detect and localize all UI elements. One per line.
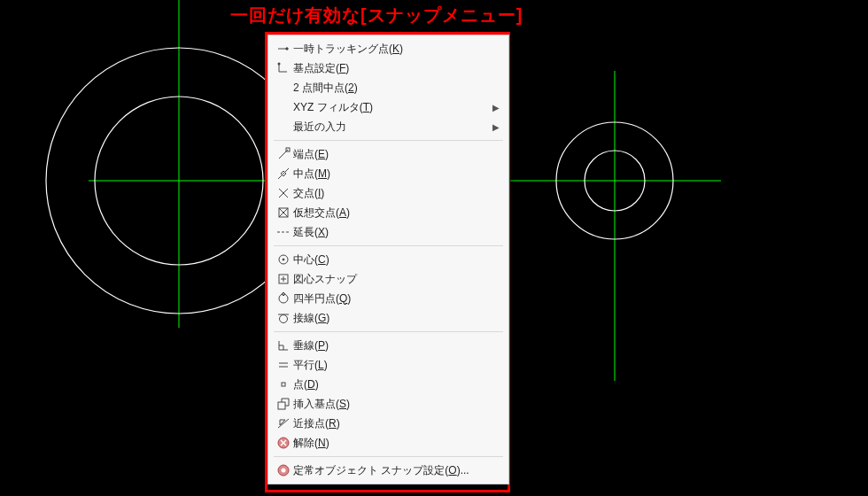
svg-point-50	[282, 469, 286, 473]
submenu-arrow-icon: ▶	[489, 122, 500, 132]
menu-item[interactable]: 点(D)	[268, 375, 508, 394]
menu-item[interactable]: 中点(M)	[268, 164, 508, 183]
svg-rect-44	[282, 383, 285, 386]
menu-item[interactable]: 2 点間中点(2)	[268, 78, 508, 97]
svg-line-19	[278, 168, 289, 179]
menu-item[interactable]: 最近の入力▶	[268, 117, 508, 136]
x-icon	[274, 186, 293, 200]
menu-item[interactable]: 中心(C)	[268, 250, 508, 269]
menu-item[interactable]: 図心スナップ	[268, 269, 508, 289]
menu-item[interactable]: 接線(G)	[268, 308, 508, 328]
svg-point-16	[278, 63, 281, 66]
menu-item-label: 最近の入力	[293, 120, 489, 135]
circle-diamond-icon	[274, 291, 293, 306]
menu-item-label: 一時トラッキング点(K)	[293, 42, 489, 57]
menu-item-label: 中点(M)	[293, 167, 489, 182]
menu-item-label: 近接点(R)	[293, 416, 489, 431]
menu-item[interactable]: 基点設定(F)	[268, 58, 508, 78]
menu-item-label: 垂線(P)	[293, 338, 489, 353]
drawing-canvas: 一回だけ有効な[スナップメニュー] 一時トラッキング点(K)基点設定(F)2 点…	[0, 0, 868, 496]
svg-point-15	[286, 48, 288, 50]
menu-item[interactable]: 近接点(R)	[268, 414, 508, 433]
menu-separator	[274, 140, 503, 141]
menu-item-label: 端点(E)	[293, 147, 489, 162]
menu-item-label: 図心スナップ	[293, 272, 489, 287]
menu-item[interactable]: 交点(I)	[268, 183, 508, 203]
diag-mid-icon	[274, 167, 293, 181]
menu-item-label: 2 点間中点(2)	[293, 81, 489, 96]
menu-item-label: 仮想交点(A)	[293, 205, 489, 221]
menu-item[interactable]: 垂線(P)	[268, 336, 508, 355]
menu-item-label: 中心(C)	[293, 252, 489, 267]
osnap-context-menu[interactable]: 一時トラッキング点(K)基点設定(F)2 点間中点(2)XYZ フィルタ(T)▶…	[267, 35, 509, 484]
menu-item-label: 平行(L)	[293, 358, 489, 373]
menu-item-label: 挿入基点(S)	[293, 397, 489, 412]
menu-item-label: XYZ フィルタ(T)	[293, 100, 489, 115]
arrow-flat-icon	[274, 42, 293, 56]
corner-icon	[274, 61, 293, 75]
menu-item[interactable]: 解除(N)	[268, 433, 508, 453]
settings-icon	[274, 463, 293, 477]
menu-item[interactable]: 定常オブジェクト スナップ設定(O)...	[268, 461, 508, 480]
menu-item-label: 交点(I)	[293, 186, 489, 201]
menu-item[interactable]: 端点(E)	[268, 144, 508, 164]
near-icon	[274, 416, 293, 430]
menu-item-label: 接線(G)	[293, 311, 489, 326]
menu-item[interactable]: 延長(X)	[268, 222, 508, 242]
svg-point-30	[283, 259, 284, 260]
menu-separator	[274, 456, 503, 457]
menu-item-label: 延長(X)	[293, 225, 489, 240]
menu-item[interactable]: 四半円点(Q)	[268, 289, 508, 308]
dot-icon	[274, 377, 293, 391]
diag-end-icon	[274, 147, 293, 161]
menu-item-label: 解除(N)	[293, 436, 489, 451]
svg-rect-45	[278, 402, 285, 409]
annotation-title: 一回だけ有効な[スナップメニュー]	[230, 4, 523, 27]
menu-item[interactable]: 挿入基点(S)	[268, 394, 508, 414]
menu-item-label: 定常オブジェクト スナップ設定(O)...	[293, 463, 489, 478]
menu-separator	[274, 245, 503, 246]
none-icon	[274, 436, 293, 450]
menu-item-label: 四半円点(Q)	[293, 291, 489, 306]
circle-tan-icon	[274, 311, 293, 325]
menu-item[interactable]: 一時トラッキング点(K)	[268, 39, 508, 58]
menu-item[interactable]: 平行(L)	[268, 355, 508, 375]
menu-item-label: 点(D)	[293, 377, 489, 392]
dashline-icon	[274, 225, 293, 239]
menu-item[interactable]: XYZ フィルタ(T)▶	[268, 97, 508, 117]
menu-separator	[274, 331, 503, 332]
submenu-arrow-icon: ▶	[489, 103, 500, 112]
circle-dot-icon	[274, 252, 293, 267]
centroid-icon	[274, 272, 293, 286]
svg-point-36	[280, 315, 288, 323]
parallel-icon	[274, 358, 293, 372]
perp-icon	[274, 338, 293, 353]
x-box-icon	[274, 205, 293, 220]
menu-item[interactable]: 仮想交点(A)	[268, 203, 508, 222]
menu-item-label: 基点設定(F)	[293, 61, 489, 76]
insert-icon	[274, 397, 293, 411]
